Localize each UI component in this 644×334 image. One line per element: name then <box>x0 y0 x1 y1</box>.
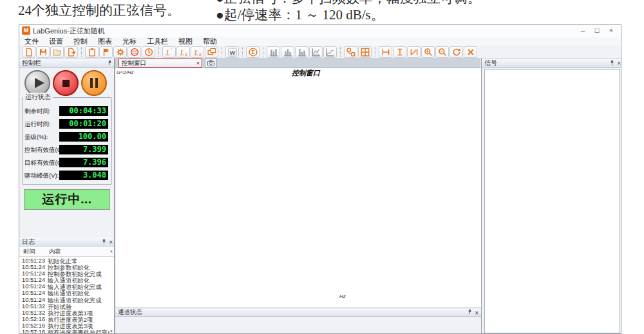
log-row[interactable]: 10:51:24输出通道初始化完成 <box>19 297 109 303</box>
status-row: 驱动峰值(V):3.048 <box>19 171 115 181</box>
toolbar-separator <box>81 47 82 57</box>
zoom-out-button[interactable] <box>435 46 449 58</box>
flag-marker-button[interactable] <box>99 46 113 58</box>
pause-button[interactable] <box>81 70 107 96</box>
minimize-button[interactable]: – <box>576 26 590 35</box>
menu-文件[interactable]: 文件 <box>19 37 44 46</box>
status-value-lcd: 100.00 <box>59 132 108 142</box>
channel-panel-header: 通道状态 × <box>115 308 481 317</box>
open-folder-button[interactable] <box>50 46 64 58</box>
log-time: 10:52:16 <box>19 316 48 322</box>
log-row[interactable]: 10:51:24输入通道初始化完成 <box>19 283 109 290</box>
log-row[interactable]: 10:51:24控制参数初始化 <box>19 264 109 270</box>
new-file-button[interactable] <box>22 46 35 58</box>
status-value-lcd: 00:01:20 <box>59 119 108 129</box>
signal-panel-title: 信号 <box>484 59 497 66</box>
tab-close-icon[interactable]: × <box>196 59 200 67</box>
pin-icon[interactable] <box>107 59 113 68</box>
restore-button[interactable]: □ <box>590 26 604 35</box>
zoom-out-icon <box>438 48 447 57</box>
copy-data-button[interactable] <box>85 46 99 58</box>
export-button[interactable] <box>64 46 78 58</box>
signal-tree <box>484 69 620 333</box>
pin-icon[interactable] <box>101 238 107 246</box>
log-row[interactable]: 10:51:32执行进度表第1项 <box>19 310 109 316</box>
spectrum-hatch-button[interactable] <box>309 46 323 58</box>
snapshot-button[interactable] <box>205 59 217 68</box>
settings-gear-button[interactable] <box>113 46 127 58</box>
menu-帮助[interactable]: 帮助 <box>198 37 222 46</box>
cursor-vertical-icon <box>395 48 404 57</box>
cursor-vertical-button[interactable] <box>393 46 406 58</box>
menu-bar: 文件设置控制图表光标工具栏视图帮助 <box>19 37 621 46</box>
log-row[interactable]: 10:57:16所有进度表事件执行完成 <box>19 329 109 334</box>
log-col-time: 时间 <box>23 248 35 256</box>
tab-control-window[interactable]: 控制窗口 × <box>118 59 202 68</box>
line-chart-button[interactable] <box>323 46 337 58</box>
sweep-log1-icon: L1 <box>179 48 188 57</box>
menu-工具栏[interactable]: 工具栏 <box>142 37 173 46</box>
save-button[interactable] <box>36 46 50 58</box>
log-row[interactable]: 10:51:24输出通道初始化 <box>19 290 109 296</box>
menu-设置[interactable]: 设置 <box>44 37 68 46</box>
sigma-sum-button[interactable]: Σ <box>246 46 260 58</box>
log-row[interactable]: 10:52:16执行进度表第2项 <box>19 316 109 322</box>
menu-图表[interactable]: 图表 <box>93 37 117 46</box>
window-grid-button[interactable] <box>358 46 372 58</box>
log-content: 输入通道初始化完成 <box>48 283 102 290</box>
log-row[interactable]: 10:51:23初始化正常 <box>19 257 109 264</box>
channel-panel-title: 通道状态 <box>118 308 142 315</box>
log-time: 10:51:24 <box>19 270 48 277</box>
pin-icon[interactable] <box>609 59 615 68</box>
cascade-windows-button[interactable] <box>205 46 218 58</box>
word-report-button[interactable]: W <box>225 46 239 58</box>
menu-视图[interactable]: 视图 <box>173 37 198 46</box>
log-row[interactable]: 10:51:24输入通道初始化 <box>19 277 109 283</box>
stop-button[interactable] <box>53 70 79 96</box>
toolbar-separator <box>242 47 243 57</box>
sweep-lin-button[interactable]: L° <box>162 46 176 58</box>
tab-label: 控制窗口 <box>122 59 146 66</box>
svg-text:L: L <box>193 48 198 56</box>
log-content: 输出通道初始化完成 <box>48 297 102 303</box>
bar-chart-3-button[interactable] <box>295 46 308 58</box>
word-report-icon: W <box>228 48 237 57</box>
play-button[interactable] <box>24 70 50 96</box>
close-button[interactable]: × <box>604 26 618 35</box>
profile-sphere-button[interactable] <box>128 46 141 58</box>
scroll-down-icon[interactable]: ▼ <box>109 329 113 333</box>
window-title: LabGenius-正弦加随机 <box>33 26 105 36</box>
svg-text:W: W <box>229 49 235 55</box>
bar-chart-2-button[interactable] <box>281 46 294 58</box>
log-row[interactable]: 10:52:16执行进度表第3项 <box>19 322 109 329</box>
status-row: 控制有效值(G):7.399 <box>19 145 115 155</box>
log-time: 10:52:16 <box>19 322 48 329</box>
control-chart-area[interactable]: G^2/Hz 控制窗口 Hz <box>115 68 481 308</box>
zoom-in-button[interactable] <box>421 46 435 58</box>
cursor-slope-button[interactable] <box>407 46 421 58</box>
group-link-button[interactable] <box>344 46 357 58</box>
log-time: 10:57:16 <box>19 329 48 334</box>
log-row[interactable]: 10:51:32开始试验 <box>19 303 109 310</box>
close-icon[interactable]: × <box>617 60 621 67</box>
bar-chart-1-button[interactable] <box>267 46 280 58</box>
pin-icon[interactable] <box>467 309 473 317</box>
menu-控制[interactable]: 控制 <box>68 37 93 46</box>
log-row[interactable]: 10:51:24控制参数初始化完成 <box>19 270 109 277</box>
menu-光标[interactable]: 光标 <box>117 37 142 46</box>
sweep-log1-button[interactable]: L1 <box>176 46 190 58</box>
zoom-refresh-button[interactable] <box>450 46 463 58</box>
close-icon[interactable]: × <box>475 310 478 317</box>
scroll-up-icon[interactable]: ▲ <box>109 249 113 253</box>
sweep-log2-button[interactable]: L2 <box>191 46 204 58</box>
control-chart[interactable]: G^2/Hz 控制窗口 Hz <box>115 68 481 308</box>
status-row: 运行时间:00:01:20 <box>19 119 115 129</box>
x-axis-label: Hz <box>339 293 346 299</box>
close-icon[interactable]: × <box>109 239 113 246</box>
status-value-lcd: 7.399 <box>59 145 108 154</box>
schedule-clock-button[interactable] <box>142 46 155 58</box>
zoom-cancel-button[interactable] <box>464 46 477 58</box>
channel-status-panel: 通道状态 × <box>115 308 481 334</box>
log-content: 开始试验 <box>48 303 71 310</box>
cursor-horizontal-button[interactable] <box>379 46 392 58</box>
